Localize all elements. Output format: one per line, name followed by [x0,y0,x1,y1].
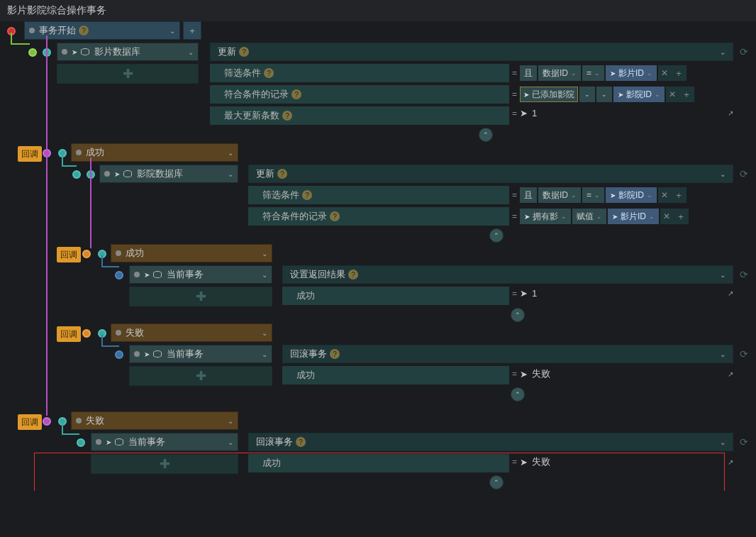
help-icon[interactable]: ? [264,68,274,78]
help-icon[interactable]: ? [302,190,312,200]
var-movieid[interactable]: ➤影片ID⌄ [608,209,659,224]
collapse-toggle[interactable]: ⌃ [511,387,525,402]
add-cond[interactable]: + [671,65,686,81]
expand-arrow[interactable]: ↗ [728,458,733,466]
connector-in[interactable] [115,271,123,279]
chevron-down-icon[interactable]: ⌄ [720,438,726,446]
expand-arrow[interactable]: ↗ [728,370,733,378]
remove-row[interactable]: ✕ [666,87,679,102]
help-icon[interactable]: ? [79,26,89,35]
remove-row[interactable]: ✕ [660,209,673,224]
chevron-down-icon[interactable]: ⌄ [169,27,175,35]
expand-arrow[interactable]: ↗ [728,289,733,297]
logic-and[interactable]: 且 [520,65,537,81]
collapse-toggle[interactable]: ⌃ [489,475,504,489]
connector-in[interactable] [115,350,123,359]
connector-in[interactable] [72,170,81,179]
help-icon[interactable]: ? [291,89,301,99]
success-branch[interactable]: 成功 ⌄ [71,143,238,162]
collapse-toggle[interactable]: ⌃ [511,308,525,322]
fail-branch[interactable]: 失败 ⌄ [71,411,238,430]
help-icon[interactable]: ? [282,111,292,121]
chevron-down-icon[interactable]: ⌄ [262,250,267,258]
chevron-down-icon[interactable]: ⌄ [720,170,726,178]
connector-cb[interactable] [43,417,51,426]
expand-arrow[interactable]: ↗ [728,109,733,117]
connector-in[interactable] [43,48,51,57]
op-eq[interactable]: =⌄ [582,65,604,81]
add-child-button[interactable]: ✚ [129,287,272,306]
help-icon[interactable]: ? [296,437,306,447]
current-trans-node[interactable]: ➤ 当前事务 ⌄ [129,265,272,284]
success-branch-inner[interactable]: 成功 ⌄ [111,244,272,262]
fail-branch-inner[interactable]: 失败 ⌄ [111,323,272,342]
connector-start[interactable] [7,27,16,35]
connector-in[interactable] [58,417,67,426]
chevron-down-icon[interactable]: ⌄ [720,48,726,56]
help-icon[interactable]: ? [348,270,358,279]
start-node[interactable]: 事务开始 ? ⌄ [24,21,180,40]
update-action[interactable]: 更新? ⌄ [248,165,733,183]
logic-and[interactable]: 且 [520,187,537,203]
connector-in[interactable] [87,170,95,179]
rollback-action[interactable]: 回滚事务? ⌄ [282,345,733,363]
help-icon[interactable]: ? [277,169,287,179]
reload-icon[interactable]: ⟳ [738,433,750,451]
add-step-button[interactable]: + [183,21,201,40]
cinema-db-node[interactable]: ➤ 影院数据库 ⌄ [99,165,238,183]
add-child-button[interactable]: ✚ [57,64,199,84]
var-added-cinema[interactable]: ➤已添加影院 [520,87,578,102]
reload-icon[interactable]: ⟳ [738,165,750,183]
var-own-movie[interactable]: ➤拥有影⌄ [520,209,571,224]
chevron-down-icon[interactable]: ⌄ [262,329,267,337]
chevron-down-icon[interactable]: ⌄ [720,350,726,358]
dropdown[interactable]: ⌄ [579,87,595,102]
connector-cb[interactable] [82,250,91,258]
collapse-toggle[interactable]: ⌃ [479,128,493,142]
connector-in[interactable] [58,149,67,157]
chevron-down-icon[interactable]: ⌄ [262,350,267,358]
field-dataid[interactable]: 数据ID⌄ [538,187,581,203]
rollback-action[interactable]: 回滚事务? ⌄ [248,433,733,451]
connector-cb[interactable] [82,329,91,338]
chevron-down-icon[interactable]: ⌄ [720,271,726,279]
chevron-down-icon[interactable]: ⌄ [228,149,233,157]
connector-out-green[interactable] [28,48,37,57]
add-row[interactable]: + [673,209,689,224]
collapse-toggle[interactable]: ⌃ [489,228,504,243]
current-trans-node[interactable]: ➤ 当前事务 ⌄ [91,433,238,451]
add-row[interactable]: + [679,87,694,102]
update-action[interactable]: 更新? ⌄ [210,43,733,61]
op-assign[interactable]: 赋值⌄ [572,209,606,224]
chevron-down-icon[interactable]: ⌄ [228,170,233,178]
var-movieid[interactable]: ➤影片ID⌄ [606,65,657,81]
add-cond[interactable]: + [671,187,686,203]
remove-cond[interactable]: ✕ [658,65,671,81]
var-cinemaid[interactable]: ➤影院ID⌄ [606,187,657,203]
chevron-down-icon[interactable]: ⌄ [262,271,267,279]
var-cinemaid[interactable]: ➤影院ID⌄ [613,87,665,102]
connector-in[interactable] [98,250,106,258]
help-icon[interactable]: ? [239,47,249,57]
remove-cond[interactable]: ✕ [658,187,671,203]
chevron-down-icon[interactable]: ⌄ [188,48,194,56]
reload-icon[interactable]: ⟳ [738,265,750,284]
connector-in[interactable] [77,438,85,447]
dropdown[interactable]: ⌄ [596,87,612,102]
add-child-button[interactable]: ✚ [91,454,238,474]
add-child-button[interactable]: ✚ [129,366,272,386]
chevron-down-icon[interactable]: ⌄ [228,438,233,446]
set-result-action[interactable]: 设置返回结果? ⌄ [282,265,733,284]
op-eq[interactable]: =⌄ [582,187,604,203]
help-icon[interactable]: ? [330,211,340,221]
connector-in[interactable] [98,329,106,338]
movie-db-node[interactable]: ➤ 影片数据库 ⌄ [57,43,199,61]
branch-label: 失败 [86,414,104,427]
reload-icon[interactable]: ⟳ [738,345,750,363]
chevron-down-icon[interactable]: ⌄ [228,417,233,425]
reload-icon[interactable]: ⟳ [738,43,750,61]
connector-cb[interactable] [43,149,51,157]
current-trans-node[interactable]: ➤ 当前事务 ⌄ [129,345,272,363]
field-dataid[interactable]: 数据ID⌄ [538,65,581,81]
help-icon[interactable]: ? [330,349,340,359]
